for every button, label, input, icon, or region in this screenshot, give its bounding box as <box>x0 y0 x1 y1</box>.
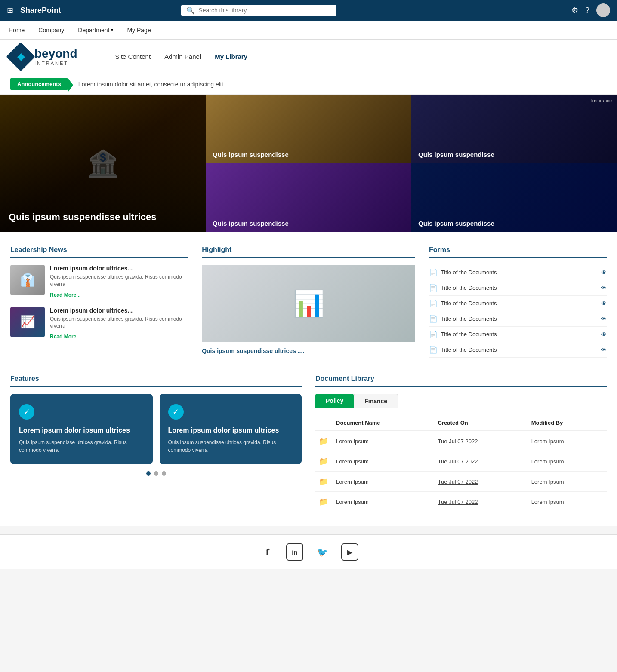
form-eye-2[interactable]: 👁 <box>601 285 607 292</box>
search-input[interactable] <box>198 7 331 14</box>
forms-list: 📄 Title of the Documents 👁 📄 Title of th… <box>429 265 607 358</box>
search-icon: 🔍 <box>186 6 195 15</box>
logo: ◆ beyond INTRANET <box>10 46 77 67</box>
news-readmore-1[interactable]: Read More... <box>50 292 80 298</box>
feature-title-2: Lorem ipsum dolor ipsum ultrices <box>168 427 293 434</box>
announcements-bar: Announcements Lorem ipsum dolor sit amet… <box>0 74 617 95</box>
tab-policy[interactable]: Policy <box>315 394 354 408</box>
forms-section: Forms 📄 Title of the Documents 👁 📄 Title… <box>429 246 607 358</box>
grid-icon[interactable]: ⊞ <box>7 6 13 15</box>
table-row: 📁 Lorem Ipsum Tue Jul 07 2022 Lorem Ipsu… <box>315 431 607 451</box>
top-navbar: ⊞ SharePoint 🔍 ⚙ ? <box>0 0 617 21</box>
dot-1[interactable] <box>146 471 151 476</box>
form-eye-5[interactable]: 👁 <box>601 331 607 338</box>
tab-finance[interactable]: Finance <box>354 394 398 408</box>
twitter-icon[interactable]: 🐦 <box>314 543 331 561</box>
nav-department[interactable]: Department ▾ <box>78 27 113 34</box>
settings-icon[interactable]: ⚙ <box>571 6 578 15</box>
feature-check-1: ✓ <box>19 404 34 420</box>
leadership-news-title: Leadership News <box>10 246 188 258</box>
form-eye-3[interactable]: 👁 <box>601 300 607 307</box>
doc-created-3[interactable]: Tue Jul 07 2022 <box>435 472 528 492</box>
form-title-4: Title of the Documents <box>441 316 497 322</box>
form-eye-1[interactable]: 👁 <box>601 269 607 276</box>
document-icon-3: 📄 <box>429 299 438 307</box>
dot-2[interactable] <box>154 471 158 476</box>
highlight-image: 📊 <box>202 265 415 342</box>
feature-check-2: ✓ <box>168 404 184 420</box>
hero-card-3[interactable]: Quis ipsum suspendisse <box>206 163 411 232</box>
hero-card-1[interactable]: Quis ipsum suspendisse <box>206 95 411 163</box>
linkedin-icon[interactable]: in <box>286 543 303 561</box>
doc-modified-2: Lorem Ipsum <box>528 451 607 472</box>
doc-name-3: Lorem Ipsum <box>333 472 435 492</box>
document-icon-5: 📄 <box>429 330 438 338</box>
features-title: Features <box>10 375 302 387</box>
nav-company[interactable]: Company <box>38 27 64 34</box>
news-body-2: Quis ipsum suspendisse ultrices gravida.… <box>50 316 188 330</box>
document-library-title: Document Library <box>315 375 607 387</box>
nav-home[interactable]: Home <box>9 27 25 34</box>
brand-navbar: Site Content Admin Panel My Library <box>115 53 247 60</box>
second-navbar: Home Company Department ▾ My Page <box>0 21 617 40</box>
doc-created-2[interactable]: Tue Jul 07 2022 <box>435 451 528 472</box>
hero-card-3-caption: Quis ipsum suspendisse <box>213 220 289 227</box>
brand-nav-mylibrary[interactable]: My Library <box>215 53 247 60</box>
hero-card-2-caption: Quis ipsum suspendisse <box>418 151 494 158</box>
col-modifiedby: Modified By <box>528 415 607 431</box>
logo-diamond: ◆ <box>6 42 35 71</box>
three-col-section: Leadership News 👔 Lorem ipsum dolor ultr… <box>10 246 607 358</box>
form-eye-4[interactable]: 👁 <box>601 316 607 322</box>
main-content: Leadership News 👔 Lorem ipsum dolor ultr… <box>0 232 617 526</box>
folder-icon-1: 📁 <box>319 437 328 445</box>
col-docname: Document Name <box>333 415 435 431</box>
help-icon[interactable]: ? <box>585 6 589 15</box>
feature-body-2: Quis ipsum suspendisse ultrices gravida.… <box>168 439 293 454</box>
document-icon-1: 📄 <box>429 268 438 276</box>
document-icon-2: 📄 <box>429 284 438 292</box>
nav-mypage[interactable]: My Page <box>127 27 151 34</box>
hero-card-2[interactable]: Insurance Quis ipsum suspendisse <box>411 95 617 163</box>
form-item-4: 📄 Title of the Documents 👁 <box>429 311 607 327</box>
form-title-3: Title of the Documents <box>441 300 497 307</box>
form-item-2: 📄 Title of the Documents 👁 <box>429 280 607 296</box>
form-item-1: 📄 Title of the Documents 👁 <box>429 265 607 280</box>
highlight-title: Highlight <box>202 246 415 258</box>
facebook-icon[interactable]: 𝐟 <box>259 543 276 561</box>
news-body-1: Quis ipsum suspendisse ultrices gravida.… <box>50 273 188 288</box>
form-item-5: 📄 Title of the Documents 👁 <box>429 327 607 342</box>
folder-icon-3: 📁 <box>319 477 328 486</box>
document-library-section: Document Library Policy Finance Document… <box>315 375 607 512</box>
carousel-dots <box>10 471 302 476</box>
footer: 𝐟 in 🐦 ▶ <box>0 534 617 569</box>
news-headline-2: Lorem ipsum dolor ultrices... <box>50 307 188 314</box>
app-title: SharePoint <box>20 6 61 15</box>
news-thumb-2: 📈 <box>10 307 45 337</box>
form-item-6: 📄 Title of the Documents 👁 <box>429 342 607 358</box>
highlight-caption[interactable]: Quis ipsum suspendisse ultrices .... <box>202 347 415 354</box>
doc-name-4: Lorem Ipsum <box>333 492 435 512</box>
youtube-icon[interactable]: ▶ <box>341 543 358 561</box>
feature-title-1: Lorem ipsum dolor ipsum ultrices <box>19 427 144 434</box>
nav-dept-link[interactable]: Department <box>78 27 109 34</box>
form-eye-6[interactable]: 👁 <box>601 347 607 353</box>
doc-created-4[interactable]: Tue Jul 07 2022 <box>435 492 528 512</box>
features-cards: ✓ Lorem ipsum dolor ipsum ultrices Quis … <box>10 394 302 464</box>
brand-nav-sitecontent[interactable]: Site Content <box>115 53 151 60</box>
feature-card-2: ✓ Lorem ipsum dolor ipsum ultrices Quis … <box>160 394 302 464</box>
brand-nav-adminpanel[interactable]: Admin Panel <box>164 53 201 60</box>
dot-3[interactable] <box>162 471 166 476</box>
col-createdon: Created On <box>435 415 528 431</box>
doc-created-1[interactable]: Tue Jul 07 2022 <box>435 431 528 451</box>
form-title-5: Title of the Documents <box>441 331 497 338</box>
avatar[interactable] <box>596 3 610 17</box>
hero-card-4[interactable]: Quis ipsum suspendisse <box>411 163 617 232</box>
news-item-1: 👔 Lorem ipsum dolor ultrices... Quis ips… <box>10 265 188 298</box>
document-tabs: Policy Finance <box>315 394 607 408</box>
hero-card-2-label: Insurance <box>591 98 612 103</box>
hero-main[interactable]: 🏦 Quis ipsum suspendisse ultrices <box>0 95 206 232</box>
logo-beyond: beyond <box>34 47 77 61</box>
news-readmore-2[interactable]: Read More... <box>50 334 80 340</box>
hero-main-caption: Quis ipsum suspendisse ultrices <box>9 211 157 224</box>
form-title-1: Title of the Documents <box>441 269 497 276</box>
